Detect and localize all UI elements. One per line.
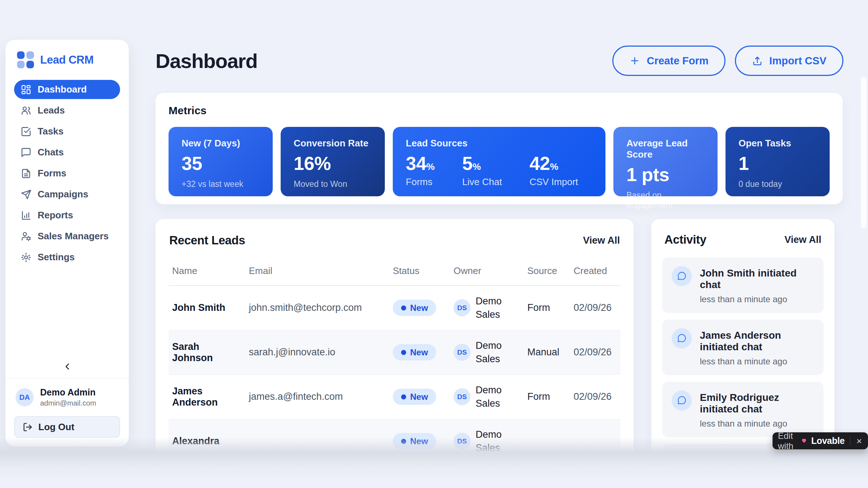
table-row[interactable]: Alexandra New DS Demo Sales — [169, 419, 621, 463]
user-email: admin@mail.com — [40, 399, 96, 407]
metric-tile-lead-sources: Lead Sources 34% Forms 5% Live Chat 42% … — [393, 127, 605, 196]
table-row[interactable]: Sarah Johnson sarah.j@innovate.io New DS… — [169, 330, 621, 374]
metric-subtitle: Moved to Won — [294, 179, 372, 189]
recent-leads-title: Recent Leads — [169, 234, 245, 247]
metrics-title: Metrics — [169, 104, 830, 117]
leads-table: NameEmailStatusOwnerSourceCreated John S… — [169, 260, 621, 464]
sidebar-item-label: Campaigns — [38, 189, 88, 200]
owner-name: Demo Sales — [476, 428, 510, 454]
lead-source: Form — [524, 374, 570, 419]
metric-value: 16% — [294, 153, 372, 174]
metric-tile-average-lead-score: Average Lead Score1 pts Based on engagem… — [613, 127, 718, 196]
activity-text: James Anderson initiated chat — [700, 328, 814, 353]
stat-value: 5 — [462, 153, 472, 174]
user-profile[interactable]: DA Demo Admin admin@mail.com — [14, 378, 120, 407]
recent-leads-section: Recent Leads View All NameEmailStatusOwn… — [156, 219, 634, 488]
activity-text: John Smith initiated chat — [700, 266, 814, 291]
activity-text: Emily Rodriguez initiated chat — [700, 390, 814, 415]
gear-icon — [21, 252, 31, 263]
sidebar-item-label: Forms — [38, 168, 66, 179]
sidebar-item-label: Leads — [38, 105, 65, 116]
lead-name: Sarah Johnson — [169, 330, 245, 374]
status-dot-icon — [401, 394, 406, 399]
user-name: Demo Admin — [40, 387, 96, 398]
metric-subtitle: +32 vs last week — [182, 179, 260, 189]
owner-avatar: DS — [454, 299, 471, 316]
users-icon — [21, 105, 31, 116]
lead-source-stat: 34% Forms — [406, 153, 435, 188]
sidebar-item-label: Reports — [38, 210, 73, 221]
lovable-close-icon[interactable]: × — [856, 436, 863, 446]
activity-item[interactable]: Emily Rodriguez initiated chat less than… — [662, 382, 824, 437]
chat-bubble-icon — [672, 328, 692, 348]
recent-leads-view-all-link[interactable]: View All — [583, 235, 620, 246]
lead-name: John Smith — [169, 286, 245, 330]
activity-item[interactable]: Sarah Johnson initiated chat less than a… — [662, 444, 824, 488]
sidebar-item-reports[interactable]: Reports — [14, 206, 120, 225]
lead-email: sarah.j@innovate.io — [245, 330, 389, 374]
sidebar-item-sales-managers[interactable]: Sales Managers — [14, 227, 120, 246]
lead-created: 02/09/26 — [570, 286, 621, 330]
status-badge: New — [393, 300, 436, 316]
column-header-created: Created — [570, 260, 621, 286]
sidebar-item-dashboard[interactable]: Dashboard — [14, 80, 120, 99]
metric-title: Average Lead Score — [626, 138, 705, 160]
sidebar-item-leads[interactable]: Leads — [14, 101, 120, 120]
column-header-status: Status — [389, 260, 450, 286]
lovable-brand-label: Lovable — [811, 436, 844, 446]
activity-item[interactable]: James Anderson initiated chat less than … — [662, 320, 824, 375]
sidebar-item-campaigns[interactable]: Campaigns — [14, 185, 120, 204]
column-header-name: Name — [169, 260, 245, 286]
activity-time: less than a minute ago — [700, 356, 814, 367]
stat-value: 42 — [529, 153, 550, 174]
chevron-left-icon — [62, 361, 72, 372]
activity-view-all-link[interactable]: View All — [784, 234, 821, 245]
sidebar-item-chats[interactable]: Chats — [14, 143, 120, 162]
table-row[interactable]: John Smith john.smith@techcorp.com New D… — [169, 286, 621, 330]
activity-list: John Smith initiated chat less than a mi… — [662, 257, 824, 488]
stat-unit: % — [550, 161, 558, 172]
bar-chart-icon — [21, 210, 31, 221]
sidebar-item-label: Tasks — [38, 126, 64, 137]
metrics-section: Metrics New (7 Days)35 +32 vs last weekC… — [156, 93, 843, 204]
import-csv-label: Import CSV — [769, 55, 826, 67]
logout-button[interactable]: Log Out — [14, 416, 120, 438]
stat-unit: % — [426, 161, 435, 172]
status-badge: New — [393, 389, 436, 405]
scrollbar[interactable] — [861, 77, 867, 228]
plus-icon — [629, 55, 640, 66]
chat-bubble-icon — [672, 453, 692, 473]
metric-title: Lead Sources — [406, 138, 592, 149]
brand-name: Lead CRM — [40, 53, 94, 67]
check-square-icon — [21, 126, 31, 137]
table-row[interactable]: James Anderson james.a@fintech.com New D… — [169, 374, 621, 419]
metric-subtitle: Based on engagement — [626, 191, 705, 210]
import-csv-button[interactable]: Import CSV — [735, 46, 843, 76]
lovable-badge[interactable]: Edit with Lovable × — [773, 432, 868, 449]
message-square-icon — [21, 147, 31, 158]
activity-time: less than a minute ago — [700, 481, 814, 488]
sidebar-item-label: Settings — [38, 252, 75, 263]
metric-value: 35 — [182, 153, 260, 174]
sidebar-item-label: Dashboard — [38, 84, 87, 95]
create-form-button[interactable]: Create Form — [612, 46, 726, 76]
status-badge: New — [393, 344, 436, 360]
lovable-badge-divider — [850, 437, 850, 445]
sidebar-item-tasks[interactable]: Tasks — [14, 122, 120, 141]
create-form-label: Create Form — [647, 55, 709, 67]
sidebar-item-settings[interactable]: Settings — [14, 248, 120, 267]
lovable-heart-icon — [801, 436, 807, 445]
metric-value: 1 — [739, 153, 817, 174]
status-dot-icon — [401, 350, 406, 355]
sidebar-item-forms[interactable]: Forms — [14, 164, 120, 183]
lead-crm-logo-icon — [17, 51, 34, 68]
lead-source-stat: 5% Live Chat — [462, 153, 502, 188]
metric-title: New (7 Days) — [182, 138, 260, 149]
owner-avatar: DS — [454, 433, 471, 450]
sidebar-collapse-button[interactable] — [14, 359, 120, 374]
lead-created: 02/09/26 — [570, 374, 621, 419]
owner-name: Demo Sales — [476, 295, 510, 321]
owner-name: Demo Sales — [476, 339, 510, 365]
activity-item[interactable]: John Smith initiated chat less than a mi… — [662, 257, 824, 313]
sidebar-item-label: Sales Managers — [38, 231, 109, 242]
